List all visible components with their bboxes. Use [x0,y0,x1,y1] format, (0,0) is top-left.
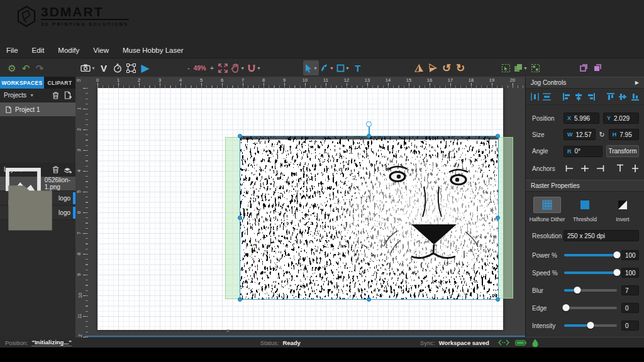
workspace-page[interactable] [97,88,503,330]
fit-to-screen-button[interactable] [216,60,230,75]
new-project-icon[interactable] [64,91,72,99]
resize-handle-nw[interactable] [238,134,242,138]
vector-tool-button[interactable]: V [97,60,111,75]
scroll-grip-icon[interactable]: ≡ [226,330,231,336]
menu-modify[interactable]: Modify [58,47,79,54]
align-left-button[interactable] [561,90,572,103]
select-objects-button[interactable] [499,60,513,75]
slider-track[interactable] [564,272,617,274]
mode-halftone-dither[interactable]: Halftone Dither [530,197,565,222]
chevron-down-icon[interactable]: ▼ [30,93,34,97]
project-item[interactable]: Project 1 [0,102,75,116]
slider-knob[interactable] [614,251,621,258]
text-tool-button[interactable]: T [351,60,365,75]
menu-muse-hobby-laser[interactable]: Muse Hobby Laser [123,47,184,54]
position-x-field[interactable]: X 5.996 [564,112,599,124]
snap-tool-button[interactable]: ▼ [246,60,262,75]
canvas-area[interactable]: in 01234567891011121314151617181920 1234… [75,77,525,337]
header: 3DMART 3D PRINTING SOLUTIONS File Edit M… [0,0,644,58]
select-tool-button[interactable]: ▼ [303,60,319,75]
slider-knob[interactable] [574,287,581,293]
slider-track[interactable] [564,307,617,309]
jog-controls-header[interactable]: Jog Controls ▶ [526,77,644,89]
distribute-horizontal-button[interactable] [530,90,540,103]
camera-button[interactable]: ▼ [79,60,97,75]
position-row: Position X 5.996 Y 2.029 [526,110,644,126]
mode-invert[interactable]: Invert [605,197,640,222]
slider-value-field[interactable]: 0 [621,303,639,313]
slider-track[interactable] [564,254,617,256]
zoom-out-button[interactable]: - [186,64,192,72]
anchor-left-button[interactable] [564,162,576,175]
menu-file[interactable]: File [6,47,18,54]
shape-tool-button[interactable]: ▼ [335,60,351,75]
slider-track[interactable] [564,289,617,292]
pen-tool-button[interactable]: ▼ [319,60,335,75]
anchor-top-button[interactable] [614,162,626,175]
raster-image-lion[interactable] [240,136,498,299]
settings-button[interactable]: ⚙ [5,60,19,75]
slider-value-field[interactable]: 100 [621,268,639,278]
trash-icon[interactable] [52,91,60,99]
tab-clipart[interactable]: CLIPART [44,77,75,89]
flip-horizontal-button[interactable] [412,60,426,75]
position-y-field[interactable]: Y 2.029 [603,112,639,124]
link-dimensions-icon[interactable]: ↻ [599,131,605,139]
align-middle-button[interactable] [618,90,628,103]
undo-button[interactable]: ↶ [19,60,33,75]
flip-vertical-button[interactable] [426,60,440,75]
resize-handle-ne[interactable] [496,134,500,138]
layer-item[interactable]: logo [0,206,75,220]
menu-view[interactable]: View [93,47,109,54]
angle-field[interactable]: R 0° [564,146,602,157]
resize-handle-w[interactable] [238,216,242,220]
align-top-button[interactable] [605,90,616,103]
anchor-right-button[interactable] [594,162,606,175]
resize-handle-sw[interactable] [238,297,242,302]
trash-icon[interactable] [52,165,60,173]
rotate-cw-button[interactable]: ↻ [453,60,467,75]
rotate-ccw-button[interactable]: ↺ [440,60,453,75]
resize-handle-se[interactable] [496,297,500,302]
slider-knob[interactable] [562,304,569,311]
menu-edit[interactable]: Edit [32,47,45,54]
group-button[interactable]: ▼ [513,60,529,75]
raster-properties-header[interactable]: Raster Properties [526,180,644,192]
run-job-button[interactable]: ▶ [138,60,152,75]
zoom-in-button[interactable]: + [208,64,216,72]
align-center-button[interactable] [574,90,584,103]
copy-button[interactable] [577,60,591,75]
slider-knob[interactable] [587,322,594,329]
anchor-center-x-button[interactable] [579,162,591,175]
horizontal-scrollbar[interactable] [85,336,525,337]
transform-button[interactable]: Transform [606,145,639,157]
resize-handle-e[interactable] [496,216,500,220]
add-layer-icon[interactable] [64,165,72,173]
ungroup-button[interactable] [529,60,543,75]
frame-select-button[interactable] [125,60,138,75]
slider-value-field[interactable]: 7 [621,285,639,295]
anchor-center-y-button[interactable] [629,162,641,175]
pan-tool-button[interactable]: ▼ [230,60,246,75]
align-bottom-button[interactable] [630,90,641,103]
timer-button[interactable] [111,60,125,75]
projects-label[interactable]: Projects [4,92,26,99]
slider-value-field[interactable]: 100 [621,250,639,260]
resolution-select[interactable]: 250 x 250 dpi [564,230,639,241]
slider-value-field[interactable]: 0 [621,321,639,331]
slider-knob[interactable] [614,269,621,276]
mode-threshold[interactable]: Threshold [567,197,602,222]
paste-button[interactable] [591,60,604,75]
size-w-field[interactable]: W 12.57 [564,129,596,140]
redo-button[interactable]: ↷ [33,60,47,75]
tab-workspaces[interactable]: WORKSPACES [0,77,44,89]
slider-track[interactable] [564,324,617,327]
resize-handle-n[interactable] [367,134,371,138]
size-h-field[interactable]: H 7.95 [609,129,639,140]
resize-handle-s[interactable] [367,297,371,302]
rotation-handle[interactable] [366,121,372,127]
align-right-button[interactable] [586,90,597,103]
distribute-vertical-button[interactable] [542,90,553,103]
ruler-number: 3 [158,77,161,83]
zoom-level[interactable]: 49% [194,65,206,72]
